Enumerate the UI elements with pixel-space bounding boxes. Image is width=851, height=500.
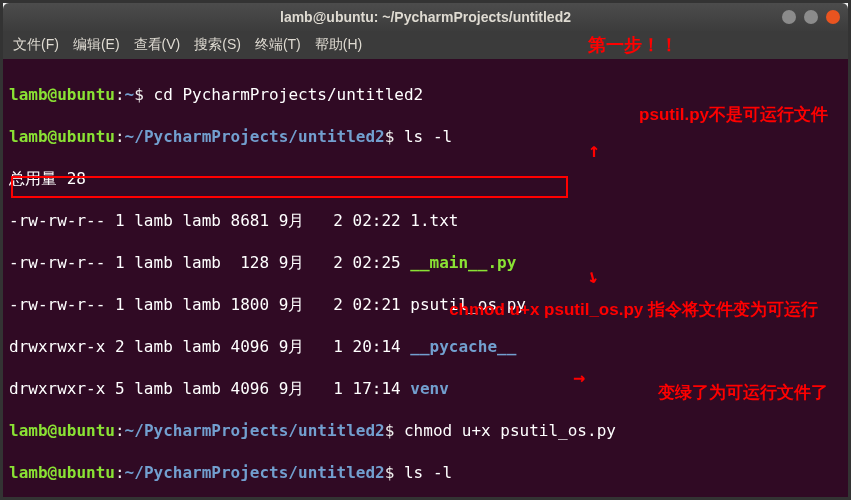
ls-filename: 1.txt [410,211,458,230]
prompt-symbol: $ [385,421,395,440]
maximize-button[interactable] [804,10,818,24]
ls-filename: __pycache__ [410,337,516,356]
cmd-cd: cd PycharmProjects/untitled2 [144,85,423,104]
arrow-up-icon: ↑ [588,138,600,162]
close-button[interactable] [826,10,840,24]
terminal-window: lamb@ubuntu: ~/PycharmProjects/untitled2… [3,3,848,497]
prompt-path: ~ [125,85,135,104]
prompt-user: lamb@ubuntu [9,127,115,146]
prompt-sep: : [115,463,125,482]
menu-file[interactable]: 文件(F) [13,36,59,54]
cmd-ls: ls -l [394,127,452,146]
prompt-path: ~/PycharmProjects/untitled2 [125,127,385,146]
prompt-user: lamb@ubuntu [9,463,115,482]
prompt-symbol: $ [385,127,395,146]
ls-row: -rw-rw-r-- 1 lamb lamb 1800 9月 2 02:21 [9,295,410,314]
prompt-user: lamb@ubuntu [9,421,115,440]
minimize-button[interactable] [782,10,796,24]
menu-edit[interactable]: 编辑(E) [73,36,120,54]
window-title: lamb@ubuntu: ~/PycharmProjects/untitled2 [280,9,571,25]
prompt-sep: : [115,127,125,146]
prompt-symbol: $ [134,85,144,104]
prompt-sep: : [115,421,125,440]
ls-filename: __main__.py [410,253,516,272]
prompt-symbol: $ [385,463,395,482]
cmd-ls: ls -l [394,463,452,482]
ls-filename: venv [410,379,449,398]
prompt-user: lamb@ubuntu [9,85,115,104]
prompt-sep: : [115,85,125,104]
prompt-path: ~/PycharmProjects/untitled2 [125,463,385,482]
prompt-path: ~/PycharmProjects/untitled2 [125,421,385,440]
menubar: 文件(F) 编辑(E) 查看(V) 搜索(S) 终端(T) 帮助(H) [3,31,848,59]
arrow-right-icon: → [573,365,585,389]
ls-total: 总用量 28 [9,168,842,189]
cmd-chmod: chmod u+x psutil_os.py [394,421,616,440]
annotation-note1: psutil.py不是可运行文件 [639,103,828,126]
window-controls [782,10,840,24]
menu-help[interactable]: 帮助(H) [315,36,362,54]
titlebar: lamb@ubuntu: ~/PycharmProjects/untitled2 [3,3,848,31]
ls-row: drwxrwxr-x 5 lamb lamb 4096 9月 1 17:14 [9,379,410,398]
ls-row: -rw-rw-r-- 1 lamb lamb 8681 9月 2 02:22 [9,211,410,230]
ls-row: drwxrwxr-x 2 lamb lamb 4096 9月 1 20:14 [9,337,410,356]
menu-terminal[interactable]: 终端(T) [255,36,301,54]
menu-view[interactable]: 查看(V) [134,36,181,54]
annotation-note3: 变绿了为可运行文件了 [658,381,828,404]
annotation-step1: 第一步！！ [588,33,678,57]
ls-row: -rw-rw-r-- 1 lamb lamb 128 9月 2 02:25 [9,253,410,272]
menu-search[interactable]: 搜索(S) [194,36,241,54]
annotation-note2: chmod u+x psutil_os.py 指令将文件变为可运行 [449,298,818,322]
